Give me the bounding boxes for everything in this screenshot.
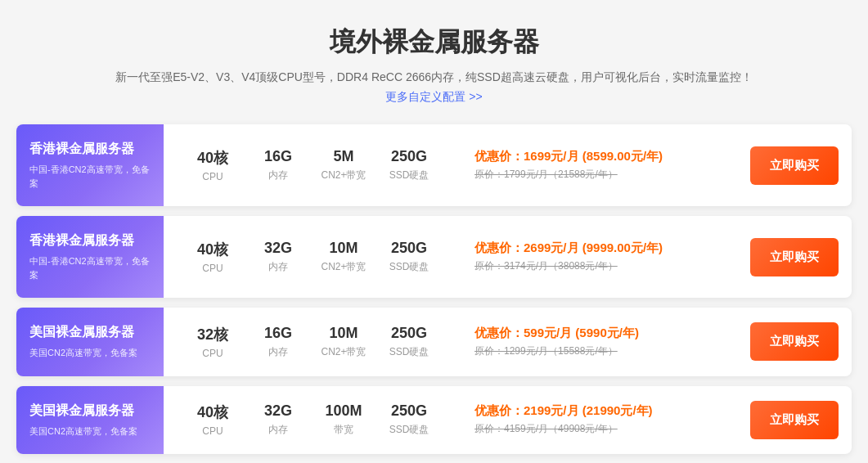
original-price-2: 原价：3174元/月（38088元/年） <box>474 259 734 273</box>
sale-price-2: 优惠价：2699元/月 (9999.00元/年) <box>474 240 734 256</box>
original-price-1: 原价：1799元/月（21588元/年） <box>474 168 734 182</box>
spec-item-0: 40核CPU <box>180 402 245 437</box>
buy-button-3[interactable]: 立即购买 <box>750 322 839 361</box>
spec-label: CN2+带宽 <box>321 345 366 359</box>
spec-label: 内存 <box>268 345 288 359</box>
spec-value: 250G <box>391 325 427 342</box>
card-title-3: 美国裸金属服务器 <box>29 324 151 341</box>
card-pricing-4: 优惠价：2199元/月 (21990元/年)原价：4159元/月（49908元/… <box>458 393 750 446</box>
spec-label: 内存 <box>268 423 288 437</box>
spec-label: 带宽 <box>334 423 353 437</box>
spec-label: CN2+带宽 <box>321 169 366 182</box>
spec-value: 40核 <box>197 402 228 422</box>
card-desc-2: 中国-香港CN2高速带宽，免备案 <box>29 254 151 281</box>
server-card-2: 香港裸金属服务器中国-香港CN2高速带宽，免备案40核CPU32G内存10MCN… <box>16 216 852 298</box>
spec-value: 16G <box>264 325 292 342</box>
card-specs-2: 40核CPU32G内存10MCN2+带宽250GSSD硬盘 <box>164 227 458 287</box>
spec-item-3: 250GSSD硬盘 <box>376 325 442 359</box>
spec-value: 40核 <box>197 148 228 168</box>
card-label-3: 美国裸金属服务器美国CN2高速带宽，免备案 <box>16 308 164 376</box>
buy-button-1[interactable]: 立即购买 <box>750 146 839 185</box>
spec-label: SSD硬盘 <box>389 260 430 274</box>
spec-item-1: 16G内存 <box>245 325 311 359</box>
spec-label: SSD硬盘 <box>389 345 430 359</box>
spec-item-0: 40核CPU <box>180 240 245 274</box>
sale-price-1: 优惠价：1699元/月 (8599.00元/年) <box>474 149 734 164</box>
spec-label: CPU <box>202 348 223 359</box>
card-pricing-3: 优惠价：599元/月 (5990元/年)原价：1299元/月（15588元/年） <box>458 316 750 368</box>
spec-item-2: 5MCN2+带宽 <box>311 148 376 182</box>
spec-item-1: 32G内存 <box>245 402 311 437</box>
card-specs-3: 32核CPU16G内存10MCN2+带宽250GSSD硬盘 <box>164 312 458 372</box>
sale-price-4: 优惠价：2199元/月 (21990元/年) <box>474 403 734 419</box>
sale-price-3: 优惠价：599元/月 (5990元/年) <box>474 326 734 341</box>
original-price-3: 原价：1299元/月（15588元/年） <box>474 344 734 358</box>
card-label-2: 香港裸金属服务器中国-香港CN2高速带宽，免备案 <box>16 216 164 298</box>
original-price-4: 原价：4159元/月（49908元/年） <box>474 422 734 436</box>
spec-value: 250G <box>391 402 427 420</box>
spec-item-0: 40核CPU <box>180 148 245 182</box>
spec-item-3: 250GSSD硬盘 <box>376 402 442 437</box>
card-desc-4: 美国CN2高速带宽，免备案 <box>29 425 151 438</box>
server-card-3: 美国裸金属服务器美国CN2高速带宽，免备案32核CPU16G内存10MCN2+带… <box>16 308 852 376</box>
spec-value: 32G <box>264 240 292 257</box>
spec-label: SSD硬盘 <box>389 169 430 182</box>
spec-label: CPU <box>202 263 223 274</box>
spec-value: 250G <box>391 148 427 165</box>
card-desc-1: 中国-香港CN2高速带宽，免备案 <box>29 163 151 190</box>
spec-label: 内存 <box>268 260 288 274</box>
spec-value: 32G <box>264 402 292 420</box>
card-pricing-2: 优惠价：2699元/月 (9999.00元/年)原价：3174元/月（38088… <box>458 231 750 283</box>
card-desc-3: 美国CN2高速带宽，免备案 <box>29 346 151 360</box>
spec-value: 250G <box>391 240 427 257</box>
spec-item-2: 100M带宽 <box>311 402 376 437</box>
card-pricing-1: 优惠价：1699元/月 (8599.00元/年)原价：1799元/月（21588… <box>458 139 750 191</box>
card-title-1: 香港裸金属服务器 <box>29 141 151 158</box>
spec-label: CPU <box>202 171 223 182</box>
buy-button-4[interactable]: 立即购买 <box>750 401 839 439</box>
card-label-4: 美国裸金属服务器美国CN2高速带宽，免备案 <box>16 386 164 455</box>
page-title: 境外裸金属服务器 <box>330 25 539 61</box>
cards-container: 香港裸金属服务器中国-香港CN2高速带宽，免备案40核CPU16G内存5MCN2… <box>16 124 852 454</box>
spec-label: 内存 <box>268 169 288 182</box>
spec-item-3: 250GSSD硬盘 <box>376 240 442 274</box>
subtitle: 新一代至强E5-V2、V3、V4顶级CPU型号，DDR4 ReCC 2666内存… <box>115 70 753 85</box>
spec-item-1: 16G内存 <box>245 148 311 182</box>
more-link[interactable]: 更多自定义配置 >> <box>385 90 482 105</box>
spec-item-2: 10MCN2+带宽 <box>311 240 376 274</box>
spec-value: 32核 <box>197 325 228 344</box>
card-title-2: 香港裸金属服务器 <box>29 232 151 249</box>
spec-item-0: 32核CPU <box>180 325 245 359</box>
spec-label: SSD硬盘 <box>389 423 430 437</box>
spec-value: 5M <box>333 148 353 165</box>
card-title-4: 美国裸金属服务器 <box>29 402 151 420</box>
spec-item-3: 250GSSD硬盘 <box>376 148 442 182</box>
spec-value: 10M <box>329 240 358 257</box>
spec-item-2: 10MCN2+带宽 <box>311 325 376 359</box>
spec-label: CPU <box>202 425 223 437</box>
spec-value: 16G <box>264 148 292 165</box>
spec-label: CN2+带宽 <box>321 260 366 274</box>
card-label-1: 香港裸金属服务器中国-香港CN2高速带宽，免备案 <box>16 124 164 206</box>
server-card-1: 香港裸金属服务器中国-香港CN2高速带宽，免备案40核CPU16G内存5MCN2… <box>16 124 852 206</box>
spec-value: 100M <box>325 402 362 420</box>
spec-value: 10M <box>329 325 358 342</box>
spec-value: 40核 <box>197 240 228 259</box>
card-specs-4: 40核CPU32G内存100M带宽250GSSD硬盘 <box>164 389 458 450</box>
spec-item-1: 32G内存 <box>245 240 311 274</box>
card-specs-1: 40核CPU16G内存5MCN2+带宽250GSSD硬盘 <box>164 135 458 196</box>
buy-button-2[interactable]: 立即购买 <box>750 238 839 276</box>
server-card-4: 美国裸金属服务器美国CN2高速带宽，免备案40核CPU32G内存100M带宽25… <box>16 386 852 455</box>
